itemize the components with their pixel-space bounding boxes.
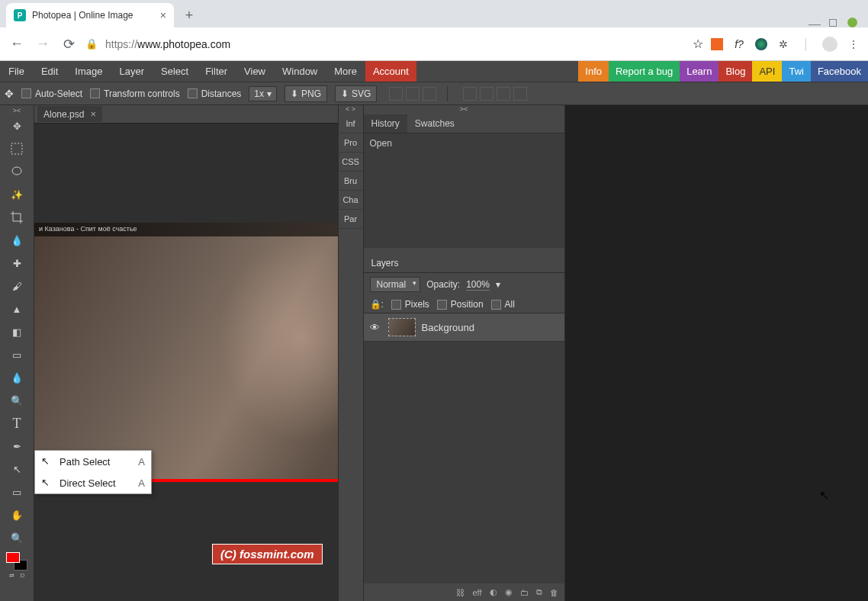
blur-tool[interactable]: 💧 <box>6 367 27 388</box>
layers-header[interactable]: Layers <box>364 254 564 273</box>
gutter-expand[interactable]: < > <box>339 105 363 114</box>
menu-select[interactable]: Select <box>153 61 197 82</box>
adjustment-layer-icon[interactable]: ◉ <box>505 587 513 597</box>
zoom-tool[interactable]: 🔍 <box>6 527 27 548</box>
reset-colors-icon[interactable]: D <box>21 572 25 579</box>
auto-select-checkbox[interactable]: Auto-Select <box>21 88 82 99</box>
gutter-tab-css[interactable]: CSS <box>339 153 363 172</box>
profile-avatar-icon[interactable] <box>822 37 837 52</box>
new-tab-button[interactable]: + <box>178 5 200 26</box>
url-field[interactable]: https://www.photopea.com <box>105 38 685 50</box>
pill-learn[interactable]: Learn <box>680 61 719 82</box>
distances-checkbox[interactable]: Distances <box>188 88 242 99</box>
lasso-tool[interactable] <box>6 161 27 182</box>
color-swatches[interactable]: ⇄D <box>6 552 27 579</box>
gutter-tab-brush[interactable]: Bru <box>339 172 363 191</box>
move-tool[interactable]: ✥ <box>6 115 27 137</box>
pill-twitter[interactable]: Twi <box>782 61 811 82</box>
minimize-icon[interactable]: — <box>809 18 818 27</box>
back-button[interactable]: ← <box>8 36 26 52</box>
swap-colors-icon[interactable]: ⇄ <box>9 572 14 579</box>
distribute-1-icon[interactable] <box>463 87 477 101</box>
distribute-2-icon[interactable] <box>480 87 493 101</box>
layer-visibility-icon[interactable]: 👁 <box>370 322 382 333</box>
menu-window[interactable]: Window <box>274 61 326 82</box>
shape-tool[interactable]: ▭ <box>6 481 27 503</box>
menu-file[interactable]: File <box>0 61 33 82</box>
layer-thumbnail[interactable] <box>388 318 416 336</box>
menu-account[interactable]: Account <box>365 61 416 82</box>
pen-tool[interactable]: ✒ <box>6 435 27 457</box>
distribute-4-icon[interactable] <box>513 87 527 101</box>
reload-button[interactable]: ⟳ <box>59 36 78 53</box>
maximize-icon[interactable] <box>829 19 837 27</box>
ctx-direct-select[interactable]: ↖ Direct Select A <box>35 472 151 493</box>
wand-tool[interactable]: ✨ <box>6 184 27 205</box>
marquee-tool[interactable] <box>6 138 27 159</box>
distribute-3-icon[interactable] <box>497 87 510 101</box>
menu-view[interactable]: View <box>236 61 274 82</box>
ctx-path-select[interactable]: ↖ Path Select A <box>35 451 151 472</box>
align-left-icon[interactable] <box>389 87 403 101</box>
blend-mode-select[interactable]: Normal <box>370 277 421 292</box>
ext-icon-4[interactable]: ✲ <box>776 37 790 51</box>
opacity-value[interactable]: 100% <box>466 279 490 291</box>
gradient-tool[interactable]: ▭ <box>6 344 27 365</box>
history-entry[interactable]: Open <box>370 138 558 149</box>
new-folder-icon[interactable]: 🗀 <box>520 587 529 597</box>
pill-api[interactable]: API <box>752 61 782 82</box>
path-select-tool[interactable]: ↖ <box>6 458 27 480</box>
menu-edit[interactable]: Edit <box>33 61 66 82</box>
menu-layer[interactable]: Layer <box>111 61 153 82</box>
menu-filter[interactable]: Filter <box>197 61 236 82</box>
tab-swatches[interactable]: Swatches <box>407 114 462 133</box>
tab-close-icon[interactable]: × <box>160 9 166 21</box>
layer-name[interactable]: Background <box>422 322 474 333</box>
ext-icon-2[interactable]: f? <box>732 37 746 51</box>
document-tab-close-icon[interactable]: × <box>90 108 96 120</box>
ext-icon-1[interactable] <box>711 38 723 50</box>
eyedropper-tool[interactable]: 💧 <box>6 230 27 251</box>
browser-menu-icon[interactable]: ⋮ <box>847 37 860 51</box>
hand-tool[interactable]: ✋ <box>6 504 27 525</box>
close-window-icon[interactable] <box>847 18 857 27</box>
lock-pixels-checkbox[interactable]: Pixels <box>391 299 429 310</box>
forward-button[interactable]: → <box>34 36 52 52</box>
gutter-tab-paragraph[interactable]: Par <box>339 210 363 229</box>
align-center-icon[interactable] <box>406 87 420 101</box>
gutter-tab-info[interactable]: Inf <box>339 114 363 133</box>
star-icon[interactable]: ☆ <box>693 37 703 51</box>
export-svg-button[interactable]: ⬇SVG <box>335 85 377 102</box>
menu-image[interactable]: Image <box>66 61 111 82</box>
ext-icon-3[interactable] <box>755 38 767 50</box>
pill-report-bug[interactable]: Report a bug <box>609 61 680 82</box>
brush-tool[interactable]: 🖌 <box>6 275 27 297</box>
align-right-icon[interactable] <box>423 87 436 101</box>
panels-expand[interactable]: >< <box>364 105 564 114</box>
layer-mask-icon[interactable]: ◐ <box>490 587 497 597</box>
pill-facebook[interactable]: Facebook <box>811 61 868 82</box>
transform-controls-checkbox[interactable]: Transform controls <box>90 88 180 99</box>
link-layers-icon[interactable]: ⛓ <box>456 587 465 597</box>
document-tab[interactable]: Alone.psd × <box>37 106 102 122</box>
export-png-button[interactable]: ⬇PNG <box>285 85 327 102</box>
menu-more[interactable]: More <box>326 61 365 82</box>
lock-all-checkbox[interactable]: All <box>491 299 515 310</box>
layer-effects-button[interactable]: eff <box>472 587 481 597</box>
stamp-tool[interactable]: ▲ <box>6 298 27 320</box>
eraser-tool[interactable]: ◧ <box>6 321 27 342</box>
pill-info[interactable]: Info <box>578 61 609 82</box>
gutter-tab-properties[interactable]: Pro <box>339 133 363 153</box>
new-layer-icon[interactable]: ⧉ <box>536 587 542 597</box>
type-tool[interactable]: T <box>6 413 27 434</box>
dodge-tool[interactable]: 🔍 <box>6 390 27 411</box>
crop-tool[interactable] <box>6 207 27 228</box>
gutter-tab-channels[interactable]: Cha <box>339 191 363 210</box>
pill-blog[interactable]: Blog <box>719 61 752 82</box>
canvas[interactable]: и Казанова - Спит моё счастье ◔ ↗ (C) fo… <box>34 124 338 601</box>
lock-icon[interactable]: 🔒 <box>85 38 98 50</box>
opacity-dropdown-icon[interactable]: ▾ <box>496 279 500 290</box>
lock-position-checkbox[interactable]: Position <box>437 299 484 310</box>
heal-tool[interactable]: ✚ <box>6 252 27 274</box>
tab-history[interactable]: History <box>364 114 407 133</box>
